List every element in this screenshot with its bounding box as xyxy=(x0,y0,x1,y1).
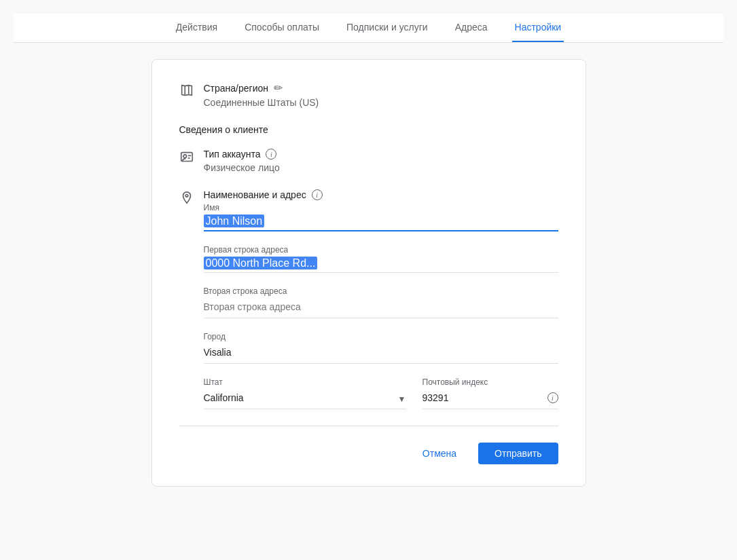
name-address-content: Наименование и адрес i Имя John Nilson П… xyxy=(204,189,558,409)
map-icon xyxy=(179,83,204,101)
edit-icon[interactable]: ✏ xyxy=(274,81,283,94)
country-section: Страна/регион ✏ Соединенные Штаты (US) xyxy=(179,81,558,108)
tab-subscriptions[interactable]: Подписки и услуги xyxy=(344,14,431,42)
country-value: Соединенные Штаты (US) xyxy=(204,97,558,108)
zip-wrapper: i xyxy=(423,390,558,409)
address1-field-group: Первая строка адреса 0000 North Place Rd… xyxy=(204,245,558,273)
name-address-title-text: Наименование и адрес xyxy=(204,189,306,200)
city-input[interactable] xyxy=(204,344,558,364)
country-title: Страна/регион ✏ xyxy=(204,81,558,94)
customer-details-heading: Сведения о клиенте xyxy=(179,124,558,135)
top-nav: Действия Способы оплаты Подписки и услуг… xyxy=(14,14,723,43)
address1-value-highlighted: 0000 North Place Rd... xyxy=(204,257,318,269)
svg-point-3 xyxy=(183,155,186,158)
zip-info-icon[interactable]: i xyxy=(547,392,558,403)
state-select-wrapper: California ▼ xyxy=(204,390,406,409)
name-address-title: Наименование и адрес i xyxy=(204,189,558,200)
tab-payments[interactable]: Способы оплаты xyxy=(242,14,322,42)
state-field-group: Штат California ▼ xyxy=(204,377,406,409)
name-address-info-icon[interactable]: i xyxy=(312,189,323,200)
city-field-group: Город xyxy=(204,332,558,364)
state-select[interactable]: California xyxy=(204,390,406,406)
cancel-button[interactable]: Отмена xyxy=(412,443,467,464)
account-type-section: Тип аккаунта i Физическое лицо xyxy=(179,149,558,173)
name-address-section: Наименование и адрес i Имя John Nilson П… xyxy=(179,189,558,409)
address2-label: Вторая строка адреса xyxy=(204,286,558,296)
account-type-title: Тип аккаунта i xyxy=(204,149,558,160)
tab-settings[interactable]: Настройки xyxy=(512,14,564,42)
city-label: Город xyxy=(204,332,558,341)
zip-input[interactable] xyxy=(423,390,547,406)
submit-button[interactable]: Отправить xyxy=(478,443,558,464)
address2-input[interactable] xyxy=(204,299,558,318)
account-type-content: Тип аккаунта i Физическое лицо xyxy=(204,149,558,173)
country-content: Страна/регион ✏ Соединенные Штаты (US) xyxy=(204,81,558,108)
tab-actions[interactable]: Действия xyxy=(173,14,220,42)
name-field-group: Имя John Nilson xyxy=(204,203,558,231)
account-type-value: Физическое лицо xyxy=(204,162,558,173)
person-icon xyxy=(179,150,204,168)
page-container: Действия Способы оплаты Подписки и услуг… xyxy=(14,14,723,560)
country-title-text: Страна/регион xyxy=(204,83,269,94)
state-label: Штат xyxy=(204,377,406,387)
location-icon xyxy=(179,191,204,209)
zip-label: Почтовый индекс xyxy=(423,377,558,387)
account-type-title-text: Тип аккаунта xyxy=(204,149,261,160)
svg-point-6 xyxy=(185,195,188,198)
name-value-highlighted: John Nilson xyxy=(204,214,265,227)
account-type-info-icon[interactable]: i xyxy=(266,149,276,160)
address1-label: Первая строка адреса xyxy=(204,245,558,255)
name-label: Имя xyxy=(204,203,558,212)
zip-field-group: Почтовый индекс i xyxy=(423,377,558,409)
tab-addresses[interactable]: Адреса xyxy=(452,14,490,42)
footer-buttons: Отмена Отправить xyxy=(179,443,558,464)
address2-field-group: Вторая строка адреса xyxy=(204,286,558,318)
main-card: Страна/регион ✏ Соединенные Штаты (US) С… xyxy=(151,59,586,487)
state-zip-row: Штат California ▼ Почтовый индекс i xyxy=(204,377,558,409)
divider xyxy=(179,426,558,426)
